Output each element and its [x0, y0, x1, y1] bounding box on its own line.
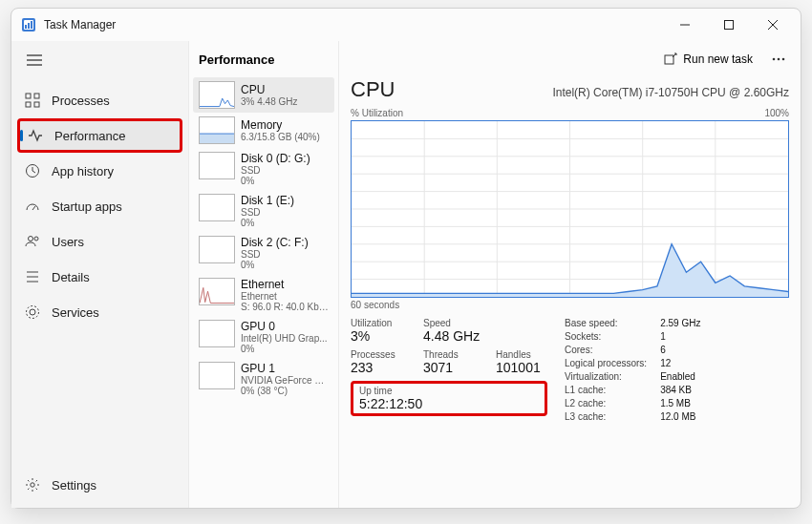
hamburger-button[interactable] — [15, 43, 53, 77]
perf-item-title: Ethernet — [241, 278, 329, 291]
page-title: CPU — [351, 77, 395, 102]
activity-icon — [28, 128, 43, 143]
x-axis-label: 60 seconds — [351, 300, 789, 310]
perf-item-cpu[interactable]: CPU3% 4.48 GHz — [193, 77, 334, 113]
sidebar-item-settings[interactable]: Settings — [17, 468, 182, 502]
svg-rect-6 — [725, 21, 734, 30]
sidebar-item-services[interactable]: Services — [17, 295, 182, 329]
section-title: Performance — [189, 41, 338, 77]
sidebar-item-performance[interactable]: Performance — [17, 118, 182, 153]
info-label: Sockets: — [565, 331, 647, 342]
perf-item-sub: SSD — [241, 207, 294, 218]
stat-value: 3% — [351, 328, 402, 344]
perf-item-disk2[interactable]: Disk 2 (C: F:)SSD0% — [193, 232, 334, 274]
info-value: 12 — [660, 358, 700, 368]
content: Performance CPU3% 4.48 GHz Memory6.3/15.… — [189, 41, 801, 508]
cpu-info-grid: Base speed:2.59 GHz Sockets:1 Cores:6 Lo… — [565, 318, 700, 422]
stat-label: Speed — [423, 318, 480, 328]
perf-item-ethernet[interactable]: EthernetEthernetS: 96.0 R: 40.0 Kbps — [193, 274, 334, 316]
y-axis-label: % Utilization — [351, 108, 403, 118]
svg-point-30 — [773, 58, 776, 61]
svg-rect-15 — [34, 102, 39, 107]
perf-item-disk1[interactable]: Disk 1 (E:)SSD0% — [193, 190, 334, 232]
window-title: Task Manager — [44, 18, 663, 31]
stat-value: 233 — [351, 360, 402, 375]
perf-item-title: Disk 0 (D: G:) — [241, 152, 310, 165]
perf-item-sub2: 0% — [241, 344, 328, 354]
info-value: 12.0 MB — [660, 411, 700, 422]
svg-rect-14 — [26, 102, 31, 107]
more-button[interactable] — [764, 46, 793, 73]
perf-item-gpu1[interactable]: GPU 1NVIDIA GeForce G...0% (38 °C) — [193, 358, 334, 400]
stat-label: Threads — [423, 349, 475, 360]
info-value: 2.59 GHz — [660, 318, 700, 328]
sidebar-item-label: Startup apps — [52, 199, 122, 214]
stat-value: 3071 — [423, 360, 475, 375]
stat-label: Utilization — [351, 318, 402, 328]
ethernet-thumb — [199, 278, 235, 305]
perf-item-title: Memory — [241, 118, 320, 132]
perf-item-memory[interactable]: Memory6.3/15.8 GB (40%) — [193, 113, 334, 148]
uptime-value: 5:22:12:50 — [359, 396, 539, 411]
perf-item-gpu0[interactable]: GPU 0Intel(R) UHD Grap...0% — [193, 316, 334, 358]
perf-item-sub: Ethernet — [241, 291, 329, 302]
perf-item-title: GPU 0 — [241, 320, 328, 333]
titlebar[interactable]: Task Manager — [11, 9, 801, 41]
stat-label: Handles — [496, 349, 547, 360]
uptime-label: Up time — [359, 386, 539, 396]
gear-icon — [25, 477, 40, 493]
info-label: L1 cache: — [565, 385, 647, 395]
gpu-thumb — [199, 362, 235, 389]
perf-item-sub: 6.3/15.8 GB (40%) — [241, 132, 320, 142]
info-label: Base speed: — [565, 318, 647, 328]
history-icon — [25, 163, 40, 178]
sidebar-item-processes[interactable]: Processes — [17, 83, 182, 117]
run-task-icon — [664, 52, 677, 66]
svg-point-24 — [27, 306, 39, 319]
perf-item-title: Disk 1 (E:) — [241, 194, 294, 207]
list-icon — [25, 269, 40, 284]
cpu-thumb — [199, 81, 235, 109]
users-icon — [25, 234, 40, 249]
uptime-highlight: Up time 5:22:12:50 — [351, 381, 547, 416]
gauge-icon — [25, 199, 40, 214]
perf-item-sub: Intel(R) UHD Grap... — [241, 333, 328, 344]
gpu-thumb — [199, 320, 235, 347]
sidebar-item-details[interactable]: Details — [17, 260, 182, 294]
svg-point-31 — [778, 58, 780, 61]
memory-thumb — [199, 116, 235, 144]
perf-item-disk0[interactable]: Disk 0 (D: G:)SSD0% — [193, 148, 334, 190]
sidebar-item-label: Performance — [54, 129, 125, 143]
svg-rect-2 — [25, 25, 27, 29]
sidebar-item-app-history[interactable]: App history — [17, 154, 182, 188]
sidebar-item-label: Users — [52, 235, 84, 249]
minimize-button[interactable] — [663, 10, 707, 39]
disk-thumb — [199, 152, 235, 179]
run-new-task-button[interactable]: Run new task — [656, 49, 760, 70]
ellipsis-icon — [772, 57, 785, 61]
perf-item-title: Disk 2 (C: F:) — [241, 236, 309, 249]
perf-item-sub: NVIDIA GeForce G... — [241, 375, 329, 386]
stat-label: Processes — [351, 349, 402, 360]
cpu-utilization-chart — [351, 120, 789, 298]
svg-rect-3 — [28, 23, 30, 29]
perf-item-sub2: 0% — [241, 218, 294, 228]
sidebar-item-label: Settings — [52, 478, 96, 493]
info-value: Enabled — [660, 371, 700, 382]
sidebar-item-users[interactable]: Users — [17, 224, 182, 259]
svg-rect-13 — [34, 94, 39, 98]
svg-rect-28 — [665, 55, 673, 64]
svg-point-32 — [782, 58, 785, 61]
run-task-label: Run new task — [683, 52, 753, 66]
close-button[interactable] — [751, 10, 795, 39]
sidebar-item-startup-apps[interactable]: Startup apps — [17, 189, 182, 223]
info-label: L3 cache: — [565, 411, 647, 422]
svg-point-19 — [34, 237, 38, 241]
info-label: L2 cache: — [565, 398, 647, 409]
info-value: 1 — [660, 331, 700, 342]
svg-point-18 — [29, 237, 33, 241]
svg-line-17 — [32, 206, 35, 210]
perf-item-sub: SSD — [241, 165, 310, 176]
maximize-button[interactable] — [707, 10, 751, 39]
perf-item-sub2: 0% — [241, 176, 310, 186]
